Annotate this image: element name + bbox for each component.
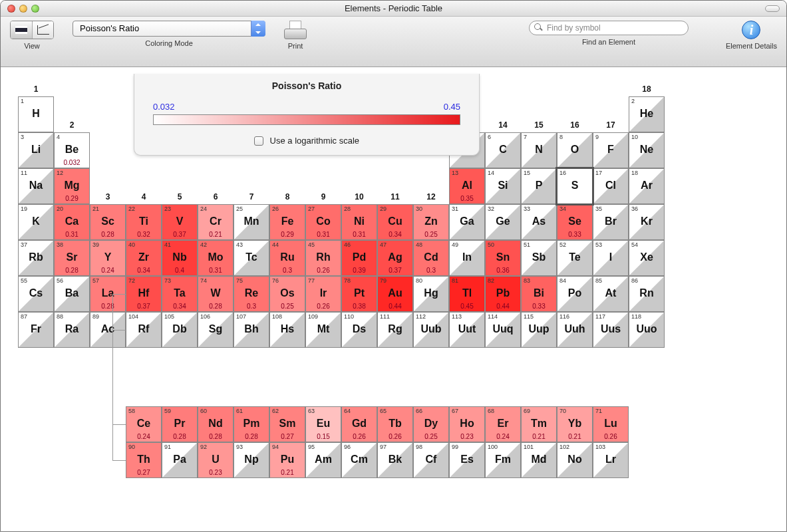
element-cell-Y[interactable]: 39Y0.24 [90,240,126,276]
element-cell-Li[interactable]: 3Li [18,132,54,168]
element-cell-Re[interactable]: 75Re0.3 [234,276,269,312]
element-cell-Gd[interactable]: 64Gd0.26 [341,406,377,442]
element-cell-Rg[interactable]: 111Rg [377,312,413,348]
element-cell-Pd[interactable]: 46Pd0.39 [341,240,377,276]
element-cell-Pr[interactable]: 59Pr0.28 [162,406,198,442]
element-cell-K[interactable]: 19K [18,204,54,240]
element-cell-U[interactable]: 92U0.23 [198,442,234,478]
element-cell-Xe[interactable]: 54Xe [629,240,665,276]
element-cell-Am[interactable]: 95Am [305,442,341,478]
element-cell-Ni[interactable]: 28Ni0.31 [341,204,377,240]
element-cell-Fe[interactable]: 26Fe0.29 [269,204,305,240]
element-cell-Cr[interactable]: 24Cr0.21 [198,204,234,240]
element-cell-Mt[interactable]: 109Mt [305,312,341,348]
element-cell-Ar[interactable]: 18Ar [629,168,665,204]
element-cell-Ra[interactable]: 88Ra [54,312,90,348]
element-cell-Sc[interactable]: 21Sc0.28 [90,204,126,240]
element-cell-Es[interactable]: 99Es [449,442,485,478]
element-cell-Rh[interactable]: 45Rh0.26 [305,240,341,276]
element-cell-Bk[interactable]: 97Bk [377,442,413,478]
element-cell-Ti[interactable]: 22Ti0.32 [126,204,162,240]
element-cell-Uub[interactable]: 112Uub [413,312,449,348]
element-cell-I[interactable]: 53I [593,240,629,276]
element-cell-Si[interactable]: 14Si [485,168,521,204]
element-cell-Sr[interactable]: 38Sr0.28 [54,240,90,276]
element-cell-No[interactable]: 102No [557,442,593,478]
view-table-button[interactable] [11,21,32,39]
element-cell-Zr[interactable]: 40Zr0.34 [126,240,162,276]
element-cell-Nd[interactable]: 60Nd0.28 [198,406,234,442]
element-cell-Cm[interactable]: 96Cm [341,442,377,478]
element-cell-Cd[interactable]: 48Cd0.3 [413,240,449,276]
element-cell-Tb[interactable]: 65Tb0.26 [377,406,413,442]
element-cell-Bi[interactable]: 83Bi0.33 [521,276,557,312]
element-cell-Bh[interactable]: 107Bh [234,312,269,348]
element-cell-Ga[interactable]: 31Ga [449,204,485,240]
element-cell-Lr[interactable]: 103Lr [593,442,629,478]
element-cell-Be[interactable]: 4Be0.032 [54,132,90,168]
element-cell-Hg[interactable]: 80Hg [413,276,449,312]
element-cell-Nb[interactable]: 41Nb0.4 [162,240,198,276]
element-cell-At[interactable]: 85At [593,276,629,312]
element-cell-Br[interactable]: 35Br [593,204,629,240]
element-cell-Cl[interactable]: 17Cl [593,168,629,204]
element-cell-Db[interactable]: 105Db [162,312,198,348]
element-cell-Zn[interactable]: 30Zn0.25 [413,204,449,240]
element-cell-Kr[interactable]: 36Kr [629,204,665,240]
toolbar-pill-button[interactable] [765,5,780,12]
element-cell-In[interactable]: 49In [449,240,485,276]
element-cell-Tm[interactable]: 69Tm0.21 [521,406,557,442]
element-cell-Na[interactable]: 11Na [18,168,54,204]
element-cell-Ds[interactable]: 110Ds [341,312,377,348]
element-cell-Mn[interactable]: 25Mn [234,204,269,240]
element-cell-Uuo[interactable]: 118Uuo [629,312,665,348]
element-cell-Rf[interactable]: 104Rf [126,312,162,348]
element-cell-Sm[interactable]: 62Sm0.27 [269,406,305,442]
element-cell-Sg[interactable]: 106Sg [198,312,234,348]
element-cell-Np[interactable]: 93Np [234,442,269,478]
element-cell-Sn[interactable]: 50Sn0.36 [485,240,521,276]
element-cell-O[interactable]: 8O [557,132,593,168]
element-cell-He[interactable]: 2He [629,96,665,132]
element-cell-Cs[interactable]: 55Cs [18,276,54,312]
element-cell-Tc[interactable]: 43Tc [234,240,269,276]
element-cell-Rb[interactable]: 37Rb [18,240,54,276]
element-cell-Te[interactable]: 52Te [557,240,593,276]
element-cell-As[interactable]: 33As [521,204,557,240]
element-cell-Yb[interactable]: 70Yb0.21 [557,406,593,442]
element-cell-S[interactable]: 16S [557,168,593,204]
element-cell-Uus[interactable]: 117Uus [593,312,629,348]
element-cell-Ge[interactable]: 32Ge [485,204,521,240]
element-cell-Th[interactable]: 90Th0.27 [126,442,162,478]
element-cell-C[interactable]: 6C [485,132,521,168]
element-cell-Co[interactable]: 27Co0.31 [305,204,341,240]
element-cell-P[interactable]: 15P [521,168,557,204]
element-cell-Ca[interactable]: 20Ca0.31 [54,204,90,240]
element-cell-Uuq[interactable]: 114Uuq [485,312,521,348]
view-graph-button[interactable] [32,21,53,39]
element-cell-Pm[interactable]: 61Pm0.28 [234,406,269,442]
element-cell-Uup[interactable]: 115Uup [521,312,557,348]
element-cell-Ag[interactable]: 47Ag0.37 [377,240,413,276]
element-cell-Dy[interactable]: 66Dy0.25 [413,406,449,442]
element-cell-Fm[interactable]: 100Fm [485,442,521,478]
element-cell-Ta[interactable]: 73Ta0.34 [162,276,198,312]
element-cell-Mg[interactable]: 12Mg0.29 [54,168,90,204]
element-cell-W[interactable]: 74W0.28 [198,276,234,312]
element-cell-Ir[interactable]: 77Ir0.26 [305,276,341,312]
element-cell-Al[interactable]: 13Al0.35 [449,168,485,204]
element-cell-Ho[interactable]: 67Ho0.23 [449,406,485,442]
element-cell-F[interactable]: 9F [593,132,629,168]
element-cell-Ru[interactable]: 44Ru0.3 [269,240,305,276]
element-cell-Os[interactable]: 76Os0.25 [269,276,305,312]
element-cell-Lu[interactable]: 71Lu0.26 [593,406,629,442]
element-cell-Pa[interactable]: 91Pa [162,442,198,478]
element-cell-Uuh[interactable]: 116Uuh [557,312,593,348]
element-cell-Mo[interactable]: 42Mo0.31 [198,240,234,276]
element-cell-Uut[interactable]: 113Uut [449,312,485,348]
element-cell-Tl[interactable]: 81Tl0.45 [449,276,485,312]
element-cell-Ba[interactable]: 56Ba [54,276,90,312]
element-cell-Hs[interactable]: 108Hs [269,312,305,348]
element-details-button[interactable]: i [742,21,760,39]
element-cell-N[interactable]: 7N [521,132,557,168]
